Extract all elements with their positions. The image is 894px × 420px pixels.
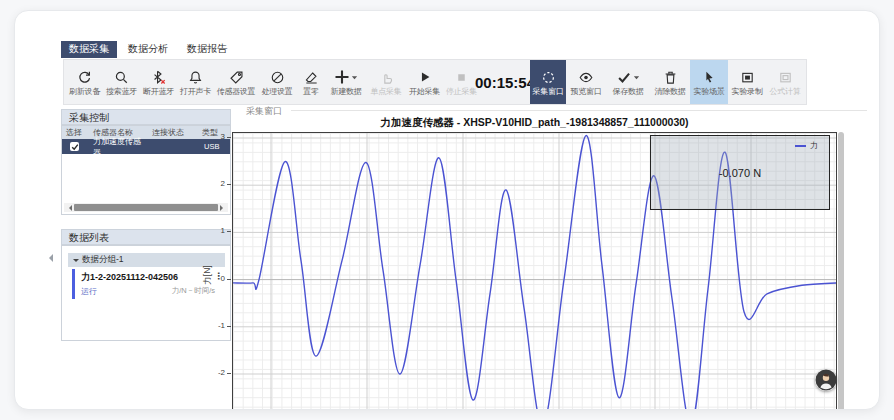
- check-icon: [616, 70, 632, 85]
- play-icon: [418, 69, 432, 86]
- eraser-icon: [304, 69, 319, 86]
- new-data-button[interactable]: 新建数据: [326, 60, 366, 104]
- bluetooth-disconnect-icon: [151, 69, 166, 86]
- tab-data-collection[interactable]: 数据采集: [61, 41, 117, 58]
- y-tick-mark: [227, 373, 231, 374]
- y-tick-label: -1: [211, 321, 225, 330]
- start-collection-button[interactable]: 开始采集: [406, 60, 443, 104]
- experiment-record-button[interactable]: 实验录制: [728, 60, 766, 104]
- toolbar: 刷新设备 搜索蓝牙 断开蓝牙 打开声卡 传感器设置 处理设置 置零: [63, 59, 807, 105]
- plus-icon: [334, 69, 350, 85]
- assistant-avatar-button[interactable]: [815, 369, 837, 391]
- toolbar-label: 断开蓝牙: [143, 88, 174, 96]
- col-select: 选择: [62, 127, 89, 138]
- chart-vertical-scrollbar[interactable]: [838, 132, 844, 410]
- slashed-circle-icon: [270, 69, 285, 86]
- y-tick-label: -2: [211, 368, 225, 377]
- search-icon: [114, 69, 129, 86]
- toolbar-label: 刷新设备: [69, 88, 100, 96]
- stop-collection-button: 停止采集: [443, 60, 480, 104]
- chart-title: 力加速度传感器 - XHSP-V10HID_path_-1981348857_1…: [232, 116, 837, 130]
- formula-calc-button: 公式计算: [766, 60, 804, 104]
- collection-timer: 00:15:54: [480, 60, 530, 104]
- toolbar-label: 处理设置: [262, 88, 293, 96]
- processing-settings-button[interactable]: 处理设置: [258, 60, 296, 104]
- sensor-table: 选择 传感器名称 连接状态 类型 力加速度传感器 USB: [61, 125, 231, 215]
- scroll-right-icon[interactable]: [220, 205, 226, 211]
- trash-icon: [663, 69, 678, 86]
- y-tick-label: 0: [211, 274, 225, 283]
- toolbar-label: 实验录制: [732, 88, 763, 96]
- open-soundcard-button[interactable]: 打开声卡: [177, 60, 214, 104]
- preview-window-button[interactable]: 预览窗口: [566, 60, 606, 104]
- item-axes: 力/N－时间/s: [172, 286, 215, 297]
- toolbar-label: 打开声卡: [180, 88, 211, 96]
- horizontal-scrollbar[interactable]: [64, 203, 228, 212]
- disconnect-bluetooth-button[interactable]: 断开蓝牙: [140, 60, 177, 104]
- sensor-settings-button[interactable]: 传感器设置: [214, 60, 258, 104]
- chart-plot-area[interactable]: -0.070 N 力: [232, 132, 837, 410]
- dashed-circle-icon: [541, 69, 556, 86]
- data-group-label: 数据分组-1: [82, 254, 124, 266]
- toolbar-label: 清除数据: [655, 88, 686, 96]
- cursor-icon: [702, 69, 716, 86]
- toolbar-label: 单点采集: [371, 88, 402, 96]
- search-bluetooth-button[interactable]: 搜索蓝牙: [103, 60, 140, 104]
- tag-icon: [229, 69, 244, 86]
- tab-data-report[interactable]: 数据报告: [179, 41, 235, 58]
- data-list-header: 数据列表: [61, 229, 231, 245]
- bell-icon: [188, 69, 203, 86]
- caret-down-icon: [73, 259, 79, 265]
- refresh-icon: [77, 69, 92, 86]
- toolbar-label: 采集窗口: [533, 88, 564, 96]
- panel-collapse-icon[interactable]: [45, 254, 53, 262]
- avatar-icon: [815, 369, 837, 391]
- formula-window-icon: [778, 69, 793, 86]
- main-tab-bar: 数据采集 数据分析 数据报告: [61, 41, 235, 58]
- chevron-down-icon[interactable]: [633, 73, 640, 81]
- y-tick-label: 1: [211, 226, 225, 235]
- toolbar-label: 置零: [303, 88, 318, 96]
- y-tick-mark: [227, 184, 231, 185]
- clear-data-button[interactable]: 清除数据: [650, 60, 690, 104]
- refresh-device-button[interactable]: 刷新设备: [66, 60, 103, 104]
- y-tick-label: 2: [211, 179, 225, 188]
- legend-line-icon: [795, 145, 806, 147]
- toolbar-label: 停止采集: [446, 88, 477, 96]
- toolbar-label: 新建数据: [331, 88, 362, 96]
- hand-icon: [379, 69, 394, 86]
- scrollbar-thumb[interactable]: [74, 204, 218, 211]
- toolbar-label: 开始采集: [409, 88, 440, 96]
- y-tick-mark: [227, 326, 231, 327]
- toolbar-label: 搜索蓝牙: [106, 88, 137, 96]
- zeroing-button[interactable]: 置零: [296, 60, 326, 104]
- chevron-down-icon[interactable]: [351, 73, 358, 81]
- item-status: 运行: [81, 286, 97, 297]
- eye-icon: [578, 69, 594, 86]
- collection-window-button[interactable]: 采集窗口: [530, 60, 566, 104]
- data-list: 数据分组-1 力1-2-20251112-042506 ⋮ 运行 力/N－时间/…: [61, 245, 231, 341]
- scroll-left-icon[interactable]: [66, 205, 72, 211]
- col-status: 连接状态: [148, 127, 198, 138]
- stop-icon: [455, 69, 468, 86]
- y-tick-label: 3: [211, 132, 225, 141]
- save-data-button[interactable]: 保存数据: [606, 60, 650, 104]
- sensor-type: USB: [198, 142, 230, 151]
- y-tick-mark: [227, 279, 231, 280]
- y-tick-mark: [227, 137, 231, 138]
- y-tick-mark: [227, 231, 231, 232]
- app-window: 数据采集 数据分析 数据报告 刷新设备 搜索蓝牙 断开蓝牙 打开声卡 传感器设置…: [14, 10, 880, 410]
- collection-control-header: 采集控制: [61, 109, 231, 125]
- single-point-collect-button: 单点采集: [366, 60, 406, 104]
- chart-legend[interactable]: 力: [795, 140, 818, 151]
- sensor-checkbox[interactable]: [70, 142, 79, 151]
- toolbar-label: 传感器设置: [217, 88, 256, 96]
- sensor-row[interactable]: 力加速度传感器 USB: [62, 139, 230, 154]
- groupbox-border: [291, 110, 867, 111]
- sensor-name: 力加速度传感器: [89, 136, 148, 158]
- tab-data-analysis[interactable]: 数据分析: [120, 41, 176, 58]
- toolbar-label: 保存数据: [613, 88, 644, 96]
- legend-label: 力: [810, 140, 818, 151]
- record-window-icon: [740, 69, 755, 86]
- experiment-scene-button[interactable]: 实验场景: [690, 60, 728, 104]
